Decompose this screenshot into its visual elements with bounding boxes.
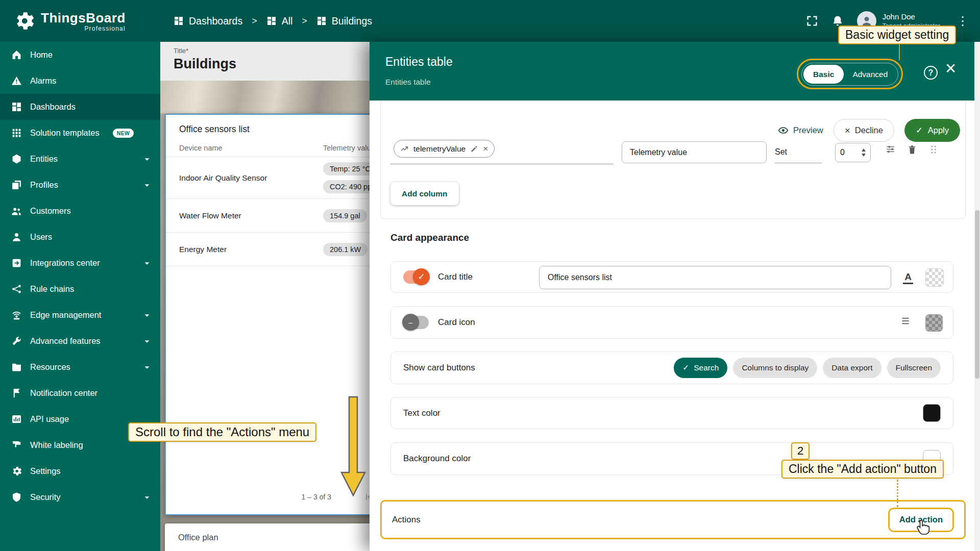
- add-column-button[interactable]: Add column: [390, 182, 459, 205]
- sidebar-item-label: Security: [30, 492, 61, 502]
- sidebar-item-dashboards[interactable]: Dashboards: [0, 94, 160, 120]
- sidebar-item-settings[interactable]: Settings: [0, 458, 160, 484]
- panel-action-buttons: Preview × Decline ✓ Apply: [778, 119, 960, 142]
- sidebar-item-home[interactable]: Home: [0, 42, 160, 68]
- table-row[interactable]: Energy Meter206.1 kW: [166, 233, 370, 266]
- sidebar-item-label: White labeling: [30, 440, 83, 450]
- preview-button[interactable]: Preview: [778, 125, 823, 136]
- format-text-glyph: A: [903, 271, 913, 284]
- thingsboard-logo[interactable]: ThingsBoard Professional: [13, 10, 166, 32]
- drag-handle-icon[interactable]: [928, 144, 939, 155]
- remove-datakey-icon[interactable]: ×: [483, 144, 488, 153]
- card-buttons-group: ✓SearchColumns to displayData exportFull…: [674, 358, 941, 378]
- card-button-data-export[interactable]: Data export: [823, 358, 881, 378]
- timeseries-icon: [400, 144, 409, 153]
- breadcrumb-separator: >: [302, 16, 307, 27]
- chevron-down-icon: [142, 258, 152, 268]
- breadcrumb-label: Dashboards: [189, 15, 242, 27]
- fullscreen-icon[interactable]: [806, 15, 818, 27]
- card-icon-row: – Card icon: [390, 306, 953, 339]
- card-button-search[interactable]: ✓Search: [674, 358, 727, 378]
- rule-chains-icon: [11, 284, 22, 294]
- stepper-up-icon[interactable]: [862, 148, 866, 152]
- dashboard-background-image: [160, 81, 370, 113]
- stepper-down-icon[interactable]: [862, 154, 866, 157]
- card-title-switch[interactable]: ✓: [403, 270, 429, 284]
- card-button-label: Search: [694, 363, 719, 372]
- table-header-row: Device name Telemetry value: [166, 139, 370, 157]
- sidebar-item-users[interactable]: Users: [0, 224, 160, 250]
- sidebar-item-rule-chains[interactable]: Rule chains: [0, 276, 160, 302]
- breadcrumb-dashboards[interactable]: Dashboards: [174, 15, 242, 27]
- sidebar-item-solution-templates[interactable]: Solution templatesNEW: [0, 120, 160, 146]
- card-button-fullscreen[interactable]: Fullscreen: [887, 358, 941, 378]
- panel-scrollbar[interactable]: [974, 42, 980, 551]
- sidebar-item-customers[interactable]: Customers: [0, 198, 160, 224]
- apply-button[interactable]: ✓ Apply: [904, 119, 960, 142]
- home-icon: [11, 49, 22, 60]
- settings-icon: [11, 466, 22, 477]
- sidebar-item-entities[interactable]: Entities: [0, 146, 160, 172]
- sidebar-item-label: Users: [30, 232, 52, 242]
- column-width-type-field[interactable]: Set: [775, 141, 822, 163]
- help-icon[interactable]: ?: [924, 66, 938, 80]
- chevron-down-icon: [142, 180, 152, 190]
- more-menu-icon[interactable]: ⋮: [953, 15, 972, 27]
- dashboard-title[interactable]: Buildings: [174, 56, 370, 72]
- stepper-value: 0: [840, 148, 862, 157]
- sidebar-item-notification-center[interactable]: Notification center: [0, 380, 160, 406]
- tab-advanced[interactable]: Advanced: [844, 70, 896, 79]
- entities-icon: [11, 154, 22, 164]
- column-settings-icon[interactable]: [885, 144, 896, 155]
- close-icon[interactable]: ×: [945, 59, 956, 78]
- sidebar-item-label: Customers: [30, 206, 71, 216]
- table-row[interactable]: Indoor Air Quality SensorTemp: 25 °CCO2:…: [166, 157, 370, 199]
- card-title-input[interactable]: Office sensors list: [539, 266, 891, 289]
- breadcrumb-all[interactable]: All: [266, 15, 293, 27]
- office-plan-widget[interactable]: Office plan: [165, 523, 370, 551]
- card-button-columns-to-display[interactable]: Columns to display: [733, 358, 817, 378]
- sidebar-item-security[interactable]: Security: [0, 484, 160, 510]
- icon-list-icon[interactable]: [900, 315, 911, 327]
- customers-icon: [11, 206, 22, 216]
- resources-icon: [11, 362, 22, 372]
- sidebar-item-integrations-center[interactable]: Integrations center: [0, 250, 160, 276]
- scrollbar-thumb[interactable]: [975, 210, 979, 379]
- datakey-chip[interactable]: telemetryValue ×: [394, 140, 495, 158]
- column-label-input[interactable]: Telemetry value: [622, 141, 767, 163]
- column-header-telemetry-value[interactable]: Telemetry value: [323, 144, 370, 152]
- check-icon: ✓: [916, 126, 923, 135]
- format-text-icon[interactable]: A: [899, 268, 917, 287]
- stepper-arrows[interactable]: [862, 148, 866, 157]
- breadcrumb-label: Buildings: [332, 15, 372, 27]
- icon-color-picker[interactable]: [925, 314, 943, 332]
- sidebar-item-resources[interactable]: Resources: [0, 354, 160, 380]
- sidebar-item-label: Solution templates: [30, 128, 100, 138]
- card-icon-switch[interactable]: –: [403, 316, 429, 329]
- entities-table-widget[interactable]: Office sensors list Device name Telemetr…: [165, 114, 370, 515]
- cursor-pointer-icon: [915, 519, 930, 537]
- basic-advanced-toggle: Basic Advanced: [801, 63, 898, 86]
- show-card-buttons-label: Show card buttons: [403, 363, 475, 373]
- telemetry-cell: 154.9 gal: [323, 209, 367, 222]
- sidebar-item-label: Entities: [30, 154, 58, 164]
- breadcrumb-buildings[interactable]: Buildings: [316, 15, 372, 27]
- column-width-stepper[interactable]: 0: [835, 143, 871, 162]
- text-color-swatch[interactable]: [923, 404, 941, 422]
- tab-basic[interactable]: Basic: [803, 65, 844, 84]
- breadcrumb: Dashboards>All>Buildings: [174, 15, 372, 27]
- column-header-device-name[interactable]: Device name: [179, 144, 323, 152]
- sidebar-item-alarms[interactable]: Alarms: [0, 68, 160, 94]
- sidebar-item-label: Dashboards: [30, 102, 76, 112]
- sidebar-item-label: Notification center: [30, 388, 97, 398]
- sidebar-item-profiles[interactable]: Profiles: [0, 172, 160, 198]
- delete-icon[interactable]: [907, 144, 917, 155]
- white-labeling-icon: [11, 440, 22, 450]
- sidebar-item-advanced-features[interactable]: Advanced features: [0, 328, 160, 354]
- sidebar-item-edge-management[interactable]: Edge management: [0, 302, 160, 328]
- decline-button[interactable]: × Decline: [834, 119, 894, 142]
- edit-pencil-icon[interactable]: [470, 145, 478, 153]
- title-background-picker[interactable]: [925, 268, 944, 287]
- table-row[interactable]: Water Flow Meter154.9 gal: [166, 199, 370, 233]
- chevron-down-icon: [142, 336, 152, 346]
